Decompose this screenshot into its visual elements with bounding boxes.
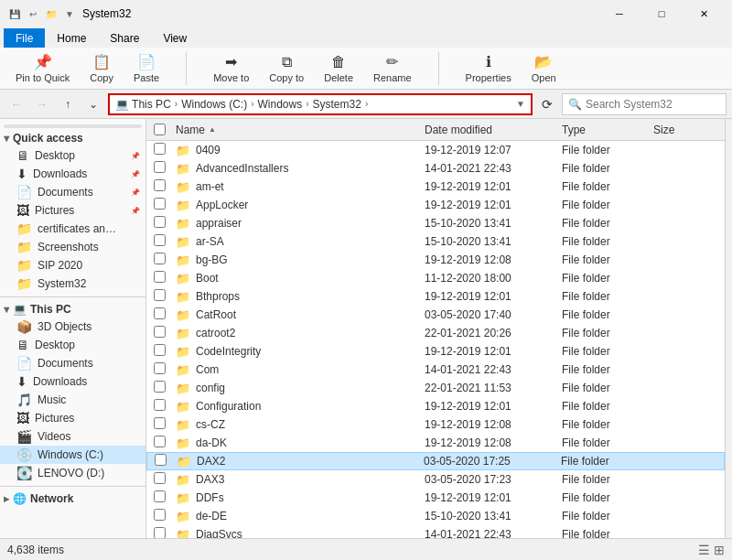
sidebar-item-windows-c[interactable]: 💿 Windows (C:) bbox=[0, 446, 145, 464]
table-row[interactable]: 📁 catroot2 22-01-2021 20:26 File folder bbox=[146, 324, 725, 342]
sidebar-item-pictures-pc[interactable]: 🖼 Pictures bbox=[0, 409, 145, 427]
sidebar-item-sip2020[interactable]: 📁 SIP 2020 bbox=[0, 256, 145, 275]
sidebar-item-downloads[interactable]: ⬇ Downloads 📌 bbox=[0, 165, 145, 183]
row-checkbox[interactable] bbox=[154, 253, 176, 267]
row-checkbox[interactable] bbox=[155, 454, 177, 468]
maximize-button[interactable]: □ bbox=[640, 0, 683, 27]
recent-locations-button[interactable]: ⌄ bbox=[82, 93, 104, 115]
pin-to-quick-access-button[interactable]: 📌 Pin to Quick bbox=[7, 50, 78, 86]
col-type-header[interactable]: Type bbox=[562, 124, 653, 136]
row-checkbox[interactable] bbox=[154, 381, 176, 395]
address-dropdown-button[interactable]: ▼ bbox=[516, 99, 525, 109]
row-checkbox[interactable] bbox=[154, 271, 176, 285]
row-checkbox[interactable] bbox=[154, 179, 176, 194]
sidebar-item-lenovo-d[interactable]: 💽 LENOVO (D:) bbox=[0, 464, 145, 482]
sidebar-item-documents[interactable]: 📄 Documents 📌 bbox=[0, 183, 145, 201]
table-row[interactable]: 📁 config 22-01-2021 11:53 File folder bbox=[146, 379, 725, 397]
table-row[interactable]: 📁 da-DK 19-12-2019 12:08 File folder bbox=[146, 434, 725, 452]
tab-file[interactable]: File bbox=[4, 28, 45, 48]
crumb-windows-c[interactable]: Windows (C:) bbox=[181, 98, 247, 111]
dropdown-icon[interactable]: ▼ bbox=[62, 6, 77, 21]
row-checkbox[interactable] bbox=[154, 326, 176, 340]
delete-button[interactable]: 🗑 Delete bbox=[316, 51, 361, 86]
col-date-header[interactable]: Date modified bbox=[425, 124, 562, 136]
row-checkbox[interactable] bbox=[154, 198, 176, 212]
row-checkbox[interactable] bbox=[154, 362, 176, 377]
row-checkbox[interactable] bbox=[154, 289, 176, 304]
tab-view[interactable]: View bbox=[151, 28, 199, 48]
tab-share[interactable]: Share bbox=[98, 28, 151, 48]
row-checkbox[interactable] bbox=[154, 436, 176, 450]
tiles-view-button[interactable]: ⊞ bbox=[714, 543, 725, 557]
table-row[interactable]: 📁 AppLocker 19-12-2019 12:01 File folder bbox=[146, 196, 725, 214]
copy-to-button[interactable]: ⧉ Copy to bbox=[261, 51, 312, 86]
this-pc-header[interactable]: ▶ 💻 This PC bbox=[0, 301, 145, 318]
col-name-header[interactable]: Name ▲ bbox=[176, 124, 425, 136]
table-row[interactable]: 📁 Com 14-01-2021 22:43 File folder bbox=[146, 361, 725, 379]
sidebar-item-documents-pc[interactable]: 📄 Documents bbox=[0, 354, 145, 372]
close-button[interactable]: ✕ bbox=[683, 0, 725, 27]
table-row[interactable]: 📁 DDFs 19-12-2019 12:01 File folder bbox=[146, 489, 725, 507]
table-row[interactable]: 📁 appraiser 15-10-2020 13:41 File folder bbox=[146, 214, 725, 232]
up-button[interactable]: ↑ bbox=[57, 93, 79, 115]
table-row[interactable]: 📁 0409 19-12-2019 12:07 File folder bbox=[146, 141, 725, 159]
table-row[interactable]: 📁 DiagSvcs 14-01-2021 22:43 File folder bbox=[146, 525, 725, 538]
scrollbar[interactable] bbox=[725, 119, 732, 538]
sidebar-item-videos[interactable]: 🎬 Videos bbox=[0, 427, 145, 446]
rename-button[interactable]: ✏ Rename bbox=[365, 50, 420, 86]
row-checkbox[interactable] bbox=[154, 234, 176, 249]
sidebar-item-system32[interactable]: 📁 System32 bbox=[0, 275, 145, 293]
minimize-button[interactable]: ─ bbox=[598, 0, 640, 27]
copy-button[interactable]: 📋 Copy bbox=[81, 50, 122, 86]
table-row[interactable]: 📁 CatRoot 03-05-2020 17:40 File folder bbox=[146, 306, 725, 324]
sidebar-item-desktop-pc[interactable]: 🖥 Desktop bbox=[0, 336, 145, 354]
save-icon[interactable]: 💾 bbox=[7, 6, 22, 21]
sidebar-item-certificates[interactable]: 📁 certificates and c bbox=[0, 220, 145, 238]
forward-button[interactable]: → bbox=[31, 93, 53, 115]
move-to-button[interactable]: ➡ Move to bbox=[205, 50, 257, 86]
crumb-system32[interactable]: System32 bbox=[313, 98, 361, 111]
refresh-button[interactable]: ⟳ bbox=[536, 93, 558, 115]
sidebar-item-screenshots[interactable]: 📁 Screenshots bbox=[0, 238, 145, 256]
open-button[interactable]: 📂 Open bbox=[523, 50, 565, 86]
table-row[interactable]: 📁 bg-BG 19-12-2019 12:08 File folder bbox=[146, 251, 725, 269]
back-button[interactable]: ← bbox=[5, 93, 27, 115]
table-row[interactable]: 📁 Configuration 19-12-2019 12:01 File fo… bbox=[146, 397, 725, 415]
col-size-header[interactable]: Size bbox=[653, 124, 717, 136]
sidebar-item-desktop[interactable]: 🖥 Desktop 📌 bbox=[0, 146, 145, 165]
row-checkbox[interactable] bbox=[154, 161, 176, 176]
table-row[interactable]: 📁 AdvancedInstallers 14-01-2021 22:43 Fi… bbox=[146, 159, 725, 178]
row-checkbox[interactable] bbox=[154, 490, 176, 505]
row-checkbox[interactable] bbox=[154, 509, 176, 523]
table-row[interactable]: 📁 DAX2 03-05-2020 17:25 File folder bbox=[146, 452, 725, 470]
folder-icon[interactable]: 📁 bbox=[44, 6, 59, 21]
table-row[interactable]: 📁 de-DE 15-10-2020 13:41 File folder bbox=[146, 507, 725, 525]
row-checkbox[interactable] bbox=[154, 527, 176, 538]
sidebar-item-pictures[interactable]: 🖼 Pictures 📌 bbox=[0, 201, 145, 220]
quick-access-header[interactable]: ▶ Quick access bbox=[0, 130, 145, 146]
search-input[interactable] bbox=[586, 98, 720, 111]
row-checkbox[interactable] bbox=[154, 216, 176, 231]
row-checkbox[interactable] bbox=[154, 344, 176, 359]
row-checkbox[interactable] bbox=[154, 472, 176, 487]
table-row[interactable]: 📁 DAX3 03-05-2020 17:23 File folder bbox=[146, 470, 725, 489]
select-all-checkbox[interactable] bbox=[154, 124, 166, 135]
row-checkbox[interactable] bbox=[154, 307, 176, 322]
undo-icon[interactable]: ↩ bbox=[26, 6, 40, 21]
table-row[interactable]: 📁 CodeIntegrity 19-12-2019 12:01 File fo… bbox=[146, 342, 725, 361]
properties-button[interactable]: ℹ Properties bbox=[458, 50, 520, 86]
tab-home[interactable]: Home bbox=[45, 28, 98, 48]
address-bar[interactable]: 💻 This PC › Windows (C:) › Windows › Sys… bbox=[108, 93, 533, 115]
row-checkbox[interactable] bbox=[154, 399, 176, 414]
crumb-this-pc[interactable]: 💻 This PC bbox=[115, 98, 171, 111]
table-row[interactable]: 📁 ar-SA 15-10-2020 13:41 File folder bbox=[146, 232, 725, 251]
details-view-button[interactable]: ☰ bbox=[698, 543, 710, 557]
table-row[interactable]: 📁 cs-CZ 19-12-2019 12:08 File folder bbox=[146, 415, 725, 434]
paste-button[interactable]: 📄 Paste bbox=[125, 50, 167, 86]
table-row[interactable]: 📁 am-et 19-12-2019 12:01 File folder bbox=[146, 178, 725, 196]
sidebar-item-downloads-pc[interactable]: ⬇ Downloads bbox=[0, 372, 145, 391]
row-checkbox[interactable] bbox=[154, 417, 176, 432]
sidebar-item-3d-objects[interactable]: 📦 3D Objects bbox=[0, 318, 145, 336]
table-row[interactable]: 📁 Bthprops 19-12-2019 12:01 File folder bbox=[146, 287, 725, 306]
row-checkbox[interactable] bbox=[154, 143, 176, 157]
